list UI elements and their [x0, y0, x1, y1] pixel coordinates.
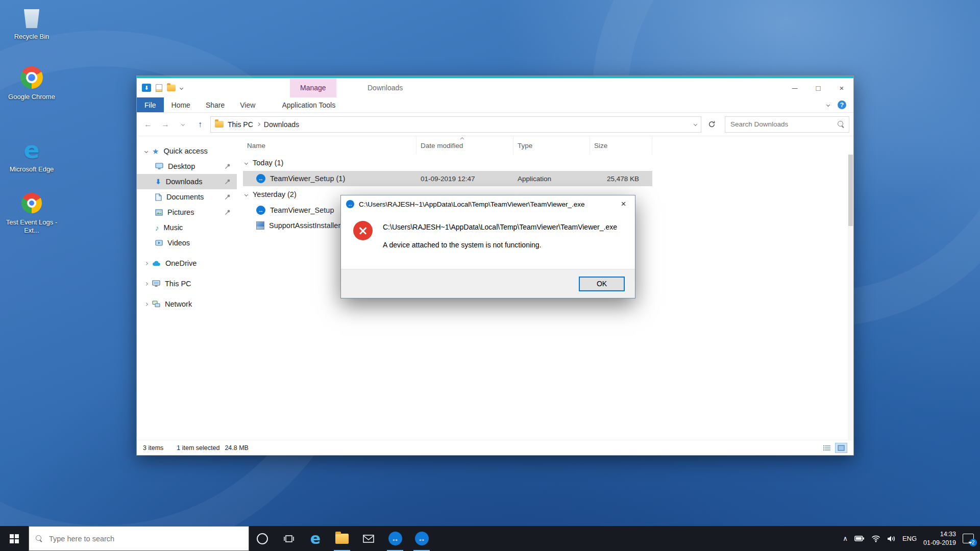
qat-new-folder-icon[interactable] [167, 85, 176, 91]
navigation-pane: ★ Quick access Desktop ⬇ Downloads Docum… [137, 136, 237, 440]
ok-button[interactable]: OK [579, 277, 625, 291]
file-size: 25,478 KB [590, 175, 652, 183]
desktop-icon-google-chrome[interactable]: Google Chrome [5, 64, 58, 101]
recent-locations-chevron-icon[interactable] [176, 117, 190, 132]
desktop-icon-recycle-bin[interactable]: Recycle Bin [5, 4, 58, 41]
notification-center-icon[interactable]: 2 [963, 534, 974, 543]
window-icon: ⬇ [142, 84, 151, 92]
expander-chevron-icon[interactable] [144, 302, 148, 306]
dialog-close-icon[interactable]: × [612, 195, 635, 213]
back-icon[interactable]: ← [141, 117, 155, 132]
file-name: TeamViewer_Setup [270, 206, 334, 214]
downloads-arrow-icon: ⬇ [155, 178, 161, 185]
breadcrumb-this-pc[interactable]: This PC [228, 120, 253, 129]
sidebar-item-desktop[interactable]: Desktop [137, 159, 237, 174]
scrollbar[interactable] [848, 155, 853, 440]
desktop-icon-label: Microsoft Edge [5, 165, 58, 173]
error-icon [353, 221, 373, 240]
sidebar-item-label: Documents [166, 193, 204, 201]
start-button[interactable] [0, 526, 29, 551]
volume-icon[interactable] [887, 535, 896, 542]
taskbar-search-input[interactable] [48, 534, 242, 543]
sidebar-item-label: Network [165, 300, 192, 308]
mail-envelope-icon [363, 535, 374, 543]
sidebar-item-this-pc[interactable]: This PC [137, 276, 237, 291]
expander-chevron-icon[interactable] [144, 282, 148, 285]
column-header-name[interactable]: Name [243, 136, 416, 155]
search-input[interactable] [729, 120, 838, 129]
cortana-button[interactable] [249, 526, 276, 551]
column-header-date-modified[interactable]: Date modified [416, 136, 513, 155]
windows-logo-icon [10, 534, 19, 543]
sidebar-item-network[interactable]: Network [137, 296, 237, 312]
document-icon [155, 193, 162, 201]
contextual-tab-group[interactable]: Manage [290, 78, 336, 97]
group-header-today[interactable]: Today (1) [243, 155, 853, 171]
file-explorer-taskbar-icon[interactable] [329, 526, 355, 551]
task-view-button[interactable] [276, 526, 302, 551]
column-header-size[interactable]: Size [590, 136, 652, 155]
tab-share[interactable]: Share [198, 97, 232, 112]
up-icon[interactable]: ↑ [193, 117, 207, 132]
sidebar-item-label: Music [164, 223, 183, 232]
taskbar-search[interactable] [29, 526, 249, 551]
sidebar-item-quick-access[interactable]: ★ Quick access [137, 143, 237, 159]
desktop-icon-microsoft-edge[interactable]: e Microsoft Edge [5, 137, 58, 173]
file-type: Application [513, 175, 590, 183]
sidebar-item-videos[interactable]: Videos [137, 235, 237, 251]
tray-expand-chevron-icon[interactable]: ∧ [843, 535, 848, 542]
qat-customize-chevron-icon[interactable] [180, 86, 183, 89]
teamviewer-taskbar-icon-2[interactable]: ↔ [408, 526, 435, 551]
teamviewer-file-icon: ↔ [256, 206, 265, 215]
system-tray: ∧ ENG 14:33 01-09-2019 2 [837, 526, 980, 551]
desktop-icon-test-event-logs[interactable]: Test Event Logs - Ext... [5, 190, 58, 235]
close-icon[interactable]: × [830, 78, 853, 97]
help-icon[interactable]: ? [838, 101, 846, 109]
breadcrumb-downloads[interactable]: Downloads [264, 120, 299, 129]
sidebar-item-pictures[interactable]: Pictures [137, 205, 237, 220]
qat-properties-icon[interactable] [156, 84, 162, 92]
breadcrumb[interactable]: This PC Downloads [210, 116, 701, 133]
tab-view[interactable]: View [232, 97, 263, 112]
edge-taskbar-icon[interactable]: e [302, 526, 329, 551]
title-bar[interactable]: ⬇ Manage Downloads ─ □ × [137, 78, 853, 97]
search-box[interactable] [725, 116, 849, 133]
tab-home[interactable]: Home [164, 97, 198, 112]
address-dropdown-chevron-icon[interactable] [694, 122, 697, 126]
language-indicator[interactable]: ENG [902, 535, 917, 542]
battery-icon[interactable] [854, 536, 865, 541]
selection-count: 1 item selected [177, 444, 219, 452]
teamviewer-icon: ↔ [415, 532, 429, 545]
tab-file[interactable]: File [137, 97, 164, 112]
details-view-icon[interactable] [821, 443, 833, 453]
large-icons-view-icon[interactable] [835, 443, 847, 453]
pin-icon [225, 163, 231, 169]
refresh-icon[interactable] [704, 117, 719, 132]
expander-chevron-icon[interactable] [144, 149, 148, 153]
mail-taskbar-icon[interactable] [355, 526, 382, 551]
forward-icon[interactable]: → [158, 117, 173, 132]
group-collapse-chevron-icon[interactable] [244, 192, 248, 196]
tab-application-tools[interactable]: Application Tools [274, 97, 343, 112]
maximize-icon[interactable]: □ [806, 78, 830, 97]
desktop-icon-label: Test Event Logs - Ext... [5, 218, 58, 235]
file-row-teamviewer-setup-1[interactable]: ↔ TeamViewer_Setup (1) 01-09-2019 12:47 … [243, 171, 652, 186]
desktop-monitor-icon [155, 163, 163, 170]
column-header-type[interactable]: Type [513, 136, 590, 155]
sidebar-item-downloads[interactable]: ⬇ Downloads [137, 174, 237, 189]
ribbon-expand-chevron-icon[interactable] [826, 103, 830, 107]
scrollbar-thumb[interactable] [848, 155, 853, 226]
sidebar-item-music[interactable]: ♪ Music [137, 220, 237, 235]
group-collapse-chevron-icon[interactable] [244, 161, 248, 164]
breadcrumb-separator-icon[interactable] [257, 122, 260, 126]
teamviewer-taskbar-icon-1[interactable]: ↔ [382, 526, 408, 551]
sidebar-item-onedrive[interactable]: OneDrive [137, 256, 237, 271]
sidebar-item-documents[interactable]: Documents [137, 189, 237, 205]
cortana-icon [257, 533, 268, 544]
wifi-icon[interactable] [871, 535, 880, 542]
minimize-icon[interactable]: ─ [783, 78, 806, 97]
clock[interactable]: 14:33 01-09-2019 [923, 530, 956, 547]
dialog-title-bar[interactable]: ↔ C:\Users\RAJESH~1\AppData\Local\Temp\T… [341, 195, 635, 213]
dialog-path-text: C:\Users\RAJESH~1\AppData\Local\Temp\Tea… [383, 223, 617, 231]
expander-chevron-icon[interactable] [144, 261, 148, 265]
